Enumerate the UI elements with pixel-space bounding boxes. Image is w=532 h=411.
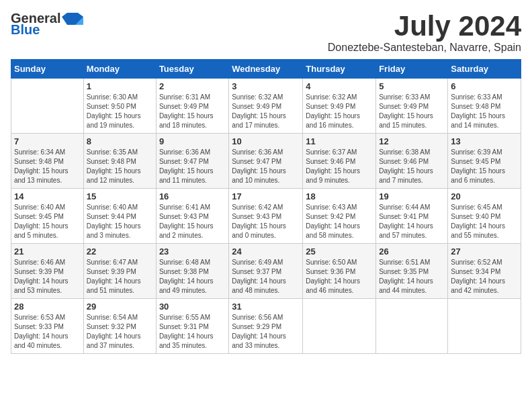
day-number: 13 [451,136,518,146]
day-info: Sunrise: 6:35 AM Sunset: 9:48 PM Dayligh… [87,148,153,185]
calendar-cell [376,299,448,354]
calendar-cell: 22Sunrise: 6:47 AM Sunset: 9:39 PM Dayli… [83,244,156,299]
calendar-week-row: 1Sunrise: 6:30 AM Sunset: 9:50 PM Daylig… [11,79,521,134]
day-number: 30 [159,302,226,312]
day-number: 16 [159,191,226,201]
calendar-cell: 24Sunrise: 6:49 AM Sunset: 9:37 PM Dayli… [229,244,303,299]
day-info: Sunrise: 6:40 AM Sunset: 9:44 PM Dayligh… [87,203,153,240]
header-day-sunday: Sunday [11,60,84,79]
day-number: 27 [451,246,518,257]
day-number: 21 [14,246,81,257]
day-number: 10 [232,136,300,146]
day-info: Sunrise: 6:46 AM Sunset: 9:39 PM Dayligh… [14,258,81,295]
calendar-cell [11,79,84,134]
header-day-saturday: Saturday [448,60,521,79]
day-number: 5 [379,81,445,91]
header-day-thursday: Thursday [303,60,376,79]
day-info: Sunrise: 6:36 AM Sunset: 9:47 PM Dayligh… [159,148,226,185]
calendar-cell: 10Sunrise: 6:36 AM Sunset: 9:47 PM Dayli… [229,134,303,189]
day-number: 29 [87,302,153,312]
calendar-cell: 28Sunrise: 6:53 AM Sunset: 9:33 PM Dayli… [11,299,84,354]
day-info: Sunrise: 6:32 AM Sunset: 9:49 PM Dayligh… [306,93,373,130]
calendar-week-row: 28Sunrise: 6:53 AM Sunset: 9:33 PM Dayli… [11,299,521,354]
day-number: 24 [232,246,300,257]
logo-blue: Blue [11,22,40,38]
day-info: Sunrise: 6:39 AM Sunset: 9:45 PM Dayligh… [451,148,518,185]
calendar-week-row: 14Sunrise: 6:40 AM Sunset: 9:45 PM Dayli… [11,189,521,244]
day-number: 9 [159,136,226,146]
day-info: Sunrise: 6:31 AM Sunset: 9:49 PM Dayligh… [159,93,226,130]
day-info: Sunrise: 6:33 AM Sunset: 9:49 PM Dayligh… [379,93,445,130]
day-info: Sunrise: 6:48 AM Sunset: 9:38 PM Dayligh… [159,258,226,295]
location-title: Doneztebe-Santesteban, Navarre, Spain [328,42,521,54]
calendar-cell: 18Sunrise: 6:43 AM Sunset: 9:42 PM Dayli… [303,189,376,244]
day-number: 19 [379,191,445,201]
day-number: 20 [451,191,518,201]
calendar-cell: 25Sunrise: 6:50 AM Sunset: 9:36 PM Dayli… [303,244,376,299]
header-day-monday: Monday [83,60,156,79]
calendar-cell: 27Sunrise: 6:52 AM Sunset: 9:34 PM Dayli… [448,244,521,299]
day-info: Sunrise: 6:33 AM Sunset: 9:48 PM Dayligh… [451,93,518,130]
calendar-cell: 2Sunrise: 6:31 AM Sunset: 9:49 PM Daylig… [156,79,228,134]
calendar-cell [448,299,521,354]
day-number: 1 [87,81,153,91]
calendar-cell [303,299,376,354]
day-number: 17 [232,191,300,201]
day-info: Sunrise: 6:42 AM Sunset: 9:43 PM Dayligh… [232,203,300,240]
calendar-cell: 12Sunrise: 6:38 AM Sunset: 9:46 PM Dayli… [376,134,448,189]
calendar-table: SundayMondayTuesdayWednesdayThursdayFrid… [11,59,521,354]
calendar-cell: 19Sunrise: 6:44 AM Sunset: 9:41 PM Dayli… [376,189,448,244]
header-day-friday: Friday [376,60,448,79]
day-number: 11 [306,136,373,146]
day-number: 26 [379,246,445,257]
calendar-cell: 16Sunrise: 6:41 AM Sunset: 9:43 PM Dayli… [156,189,228,244]
day-number: 12 [379,136,445,146]
calendar-cell: 1Sunrise: 6:30 AM Sunset: 9:50 PM Daylig… [83,79,156,134]
calendar-cell: 5Sunrise: 6:33 AM Sunset: 9:49 PM Daylig… [376,79,448,134]
calendar-cell: 20Sunrise: 6:45 AM Sunset: 9:40 PM Dayli… [448,189,521,244]
calendar-cell: 29Sunrise: 6:54 AM Sunset: 9:32 PM Dayli… [83,299,156,354]
day-info: Sunrise: 6:56 AM Sunset: 9:29 PM Dayligh… [232,313,300,351]
calendar-header-row: SundayMondayTuesdayWednesdayThursdayFrid… [11,60,521,79]
header-day-tuesday: Tuesday [156,60,228,79]
calendar-cell: 9Sunrise: 6:36 AM Sunset: 9:47 PM Daylig… [156,134,228,189]
calendar-cell: 3Sunrise: 6:32 AM Sunset: 9:49 PM Daylig… [229,79,303,134]
calendar-cell: 6Sunrise: 6:33 AM Sunset: 9:48 PM Daylig… [448,79,521,134]
calendar-cell: 26Sunrise: 6:51 AM Sunset: 9:35 PM Dayli… [376,244,448,299]
day-number: 14 [14,191,81,201]
day-number: 3 [232,81,300,91]
calendar-cell: 14Sunrise: 6:40 AM Sunset: 9:45 PM Dayli… [11,189,84,244]
day-info: Sunrise: 6:41 AM Sunset: 9:43 PM Dayligh… [159,203,226,240]
header-day-wednesday: Wednesday [229,60,303,79]
day-number: 8 [87,136,153,146]
day-number: 6 [451,81,518,91]
calendar-cell: 17Sunrise: 6:42 AM Sunset: 9:43 PM Dayli… [229,189,303,244]
month-title: July 2024 [328,11,521,42]
day-number: 4 [306,81,373,91]
day-info: Sunrise: 6:53 AM Sunset: 9:33 PM Dayligh… [14,313,81,351]
calendar-week-row: 21Sunrise: 6:46 AM Sunset: 9:39 PM Dayli… [11,244,521,299]
day-info: Sunrise: 6:54 AM Sunset: 9:32 PM Dayligh… [87,313,153,351]
day-number: 25 [306,246,373,257]
day-info: Sunrise: 6:37 AM Sunset: 9:46 PM Dayligh… [306,148,373,185]
title-area: July 2024 Doneztebe-Santesteban, Navarre… [328,11,521,54]
day-info: Sunrise: 6:49 AM Sunset: 9:37 PM Dayligh… [232,258,300,295]
day-info: Sunrise: 6:44 AM Sunset: 9:41 PM Dayligh… [379,203,445,240]
day-number: 28 [14,302,81,312]
day-info: Sunrise: 6:40 AM Sunset: 9:45 PM Dayligh… [14,203,81,240]
day-number: 31 [232,302,300,312]
header: General Blue July 2024 Doneztebe-Santest… [11,11,521,54]
calendar-week-row: 7Sunrise: 6:34 AM Sunset: 9:48 PM Daylig… [11,134,521,189]
day-info: Sunrise: 6:38 AM Sunset: 9:46 PM Dayligh… [379,148,445,185]
day-info: Sunrise: 6:36 AM Sunset: 9:47 PM Dayligh… [232,148,300,185]
day-info: Sunrise: 6:51 AM Sunset: 9:35 PM Dayligh… [379,258,445,295]
calendar-cell: 11Sunrise: 6:37 AM Sunset: 9:46 PM Dayli… [303,134,376,189]
logo-icon [62,11,83,26]
calendar-cell: 7Sunrise: 6:34 AM Sunset: 9:48 PM Daylig… [11,134,84,189]
day-number: 23 [159,246,226,257]
day-number: 18 [306,191,373,201]
day-info: Sunrise: 6:47 AM Sunset: 9:39 PM Dayligh… [87,258,153,295]
day-info: Sunrise: 6:45 AM Sunset: 9:40 PM Dayligh… [451,203,518,240]
day-number: 22 [87,246,153,257]
calendar-cell: 31Sunrise: 6:56 AM Sunset: 9:29 PM Dayli… [229,299,303,354]
